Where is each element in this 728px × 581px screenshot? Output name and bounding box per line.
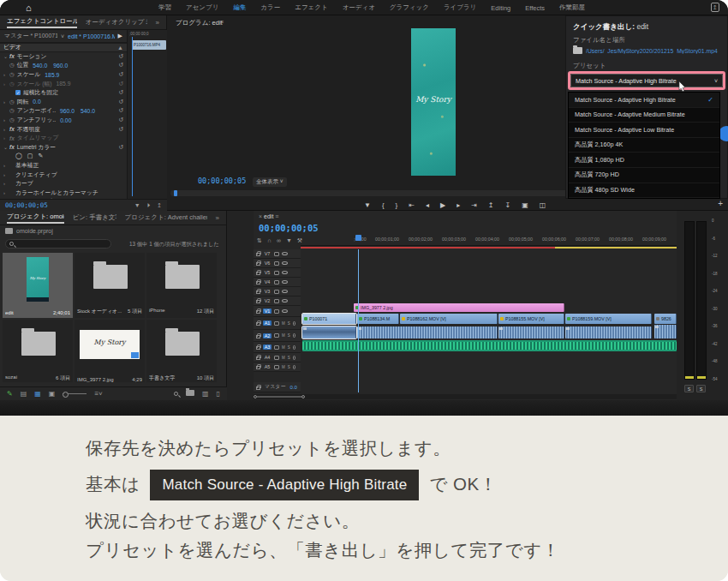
workspace-tab[interactable]: オーディオ — [343, 3, 375, 12]
stopwatch-icon[interactable]: ◷ — [9, 71, 15, 78]
solo-button[interactable]: S — [288, 333, 290, 338]
lock-icon[interactable] — [256, 346, 260, 350]
voiceover-mic-icon[interactable] — [293, 333, 295, 338]
program-monitor-tab[interactable]: プログラム: edit — [176, 19, 223, 27]
video-track-header[interactable]: V4 — [254, 278, 301, 287]
source-patch-icon[interactable] — [274, 261, 279, 266]
project-item-sozai[interactable]: sozai6 項目 — [3, 320, 73, 382]
clip-v1-3[interactable]: P1088162.MOV [V] — [400, 314, 498, 324]
timeline-tab[interactable]: × edit ≡ — [259, 213, 278, 219]
effect-controls-mini-timeline[interactable]: ;00;00 00;0 P1000716.MP4 — [127, 30, 167, 199]
lock-icon[interactable] — [256, 310, 260, 314]
reset-icon[interactable]: ↺ — [118, 117, 123, 123]
scrubber-playhead[interactable] — [174, 190, 177, 196]
go-to-in-icon[interactable]: ⇤ — [409, 201, 415, 209]
checkbox-checked-icon[interactable]: ✓ — [15, 90, 21, 95]
tab-effect-controls[interactable]: エフェクトコントロール — [7, 17, 77, 28]
reset-icon[interactable]: ↺ — [118, 144, 123, 151]
stopwatch-icon[interactable]: ◷ — [9, 99, 15, 105]
lock-icon[interactable] — [256, 356, 260, 360]
lock-icon[interactable] — [256, 281, 260, 285]
audio-track-header[interactable]: A4 M S — [254, 353, 301, 362]
source-patch-icon[interactable] — [274, 356, 279, 360]
param-row-anchor-point[interactable]: ◷ アンカーポイ.. 960.0 540.0 ↺ — [0, 106, 127, 116]
mini-timeline-playhead[interactable] — [132, 37, 133, 196]
workspace-tab[interactable]: Editing — [491, 4, 510, 12]
solo-button[interactable]: S — [288, 321, 290, 326]
lumetri-row-basic[interactable]: ›基本補正 — [0, 161, 127, 171]
param-value[interactable]: 185.9 — [45, 72, 59, 78]
stopwatch-icon[interactable]: ◷ — [9, 117, 15, 123]
preset-option[interactable]: 高品質 480p SD Wide — [569, 183, 719, 199]
delete-icon[interactable]: ▯ — [217, 390, 220, 398]
video-track-header[interactable]: V5 — [254, 268, 301, 278]
reset-icon[interactable]: ↺ — [118, 71, 123, 78]
audio-track-header[interactable]: A5 M S — [254, 362, 301, 372]
track-name[interactable]: V7 — [263, 251, 272, 256]
tab-bin-tegaki[interactable]: ビン: 手書き文字 — [73, 213, 116, 222]
tab-audio-clip-mixer[interactable]: オーディオクリップミキサー — [86, 18, 147, 27]
track-name[interactable]: V3 — [263, 289, 272, 294]
scroll-handle-right[interactable] — [301, 395, 305, 398]
track-visibility-icon[interactable] — [282, 280, 288, 284]
reset-icon[interactable]: ↺ — [118, 89, 123, 96]
track-name[interactable]: A5 — [263, 364, 272, 369]
master-volume-value[interactable]: 0.0 — [289, 385, 296, 390]
workspace-tab[interactable]: グラフィック — [390, 3, 429, 12]
mini-timeline-clip[interactable]: P1000716.MP4 — [132, 40, 166, 50]
solo-button[interactable]: S — [288, 356, 290, 360]
play-icon[interactable]: ▶ — [440, 201, 445, 209]
lumetri-row-curves[interactable]: ›カーブ — [0, 179, 127, 189]
panel-menu-icon[interactable]: ≡ — [275, 213, 278, 219]
lock-icon[interactable] — [256, 335, 260, 338]
export-icon[interactable]: ↥ — [157, 202, 162, 209]
track-visibility-icon[interactable] — [282, 261, 288, 265]
solo-left-button[interactable]: S — [684, 385, 694, 392]
effect-row-motion[interactable]: ⌄fx モーション ↺ — [0, 52, 127, 62]
mark-out-icon[interactable]: } — [396, 201, 398, 209]
track-visibility-icon[interactable] — [282, 252, 288, 255]
lock-icon[interactable] — [256, 253, 260, 256]
source-patch-icon[interactable] — [274, 365, 279, 369]
track-name[interactable]: V4 — [263, 279, 272, 285]
video-track-header[interactable]: V6 — [254, 259, 301, 268]
workspace-tab[interactable]: カラー — [260, 3, 280, 12]
mark-in-icon[interactable]: { — [382, 201, 385, 209]
list-view-icon[interactable]: ▤ — [21, 390, 27, 398]
zoom-level-select[interactable]: 全体表示 ˅ — [253, 177, 287, 187]
reset-icon[interactable]: ↺ — [118, 107, 123, 114]
filter-icon[interactable]: ▼ — [134, 202, 140, 208]
track-visibility-icon[interactable] — [282, 299, 288, 302]
add-marker-icon[interactable]: ▼ — [286, 237, 292, 244]
workspace-tab[interactable]: アセンブリ — [186, 3, 218, 12]
track-name[interactable]: V6 — [263, 261, 272, 266]
video-track-header[interactable]: V7 — [254, 249, 301, 259]
program-timecode[interactable]: 00;00;00;05 — [198, 177, 246, 185]
mute-button[interactable]: M — [282, 365, 285, 369]
track-name[interactable]: A1 — [263, 320, 272, 326]
button-editor-plus-icon[interactable]: + — [718, 199, 723, 208]
project-item-img3977[interactable]: My Story IMG_3977 2.jpg4;29 — [75, 320, 145, 382]
preset-option[interactable]: 高品質 1,080p HD — [569, 153, 719, 168]
track-name[interactable]: V5 — [263, 270, 272, 275]
audio-clip-a1-5[interactable] — [654, 325, 677, 338]
close-icon[interactable]: × — [259, 213, 262, 219]
param-row-position[interactable]: ◷ 位置 540.0 960.0 ↺ — [0, 61, 127, 70]
output-path-link[interactable]: /Users/_Jes/MyStory2020/201215_MyStory01… — [586, 48, 723, 54]
lift-icon[interactable]: ↥ — [488, 201, 494, 209]
thumbnail-zoom-slider[interactable] — [63, 393, 87, 394]
collapse-icon[interactable]: ▲ — [117, 45, 123, 51]
tab-project-omoide[interactable]: プロジェクト: omoide — [7, 213, 64, 224]
source-patch-icon[interactable] — [274, 290, 279, 294]
video-track-header[interactable]: V2 — [254, 296, 301, 306]
twirl-open-icon[interactable]: ⌄ — [3, 53, 9, 59]
lock-icon[interactable] — [256, 262, 260, 266]
comparison-view-icon[interactable]: ◫ — [540, 201, 546, 209]
lock-icon[interactable] — [256, 272, 260, 275]
voiceover-mic-icon[interactable] — [293, 356, 295, 360]
solo-button[interactable]: S — [288, 345, 290, 350]
reset-icon[interactable]: ↺ — [118, 53, 123, 60]
lock-icon[interactable] — [256, 386, 260, 390]
panel-menu-icon[interactable]: ≡ — [220, 19, 224, 25]
workspace-tab[interactable]: 編集 — [233, 3, 246, 12]
